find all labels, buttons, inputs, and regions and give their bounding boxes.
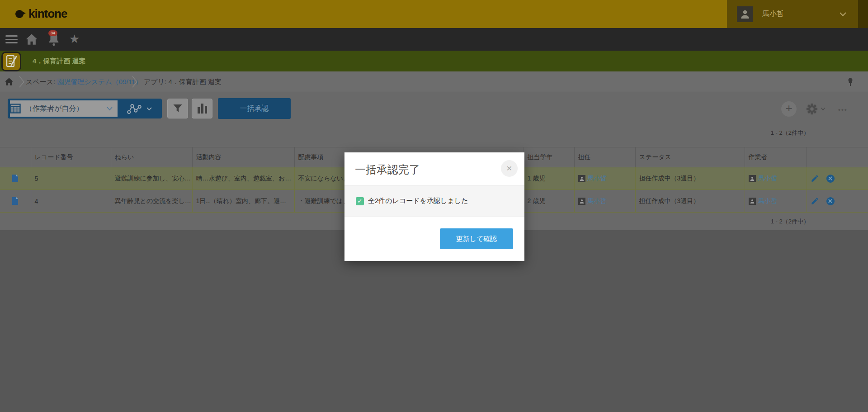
app-title: 4．保育計画 週案 — [33, 57, 86, 66]
breadcrumb-space-link[interactable]: 園児管理システム（09/11） — [57, 78, 142, 85]
cell-record-no: 4 — [31, 190, 111, 213]
user-avatar-icon — [578, 198, 585, 205]
dialog-header: 一括承認完了 × — [344, 152, 524, 185]
bulk-approve-button[interactable]: 一括承認 — [218, 98, 291, 119]
kintone-logo[interactable]: kintone — [14, 7, 67, 21]
record-detail-icon[interactable] — [0, 190, 31, 213]
workflow-graph-icon — [127, 103, 142, 114]
cell-record-no: 5 — [31, 167, 111, 190]
breadcrumb-separator-icon — [18, 76, 25, 88]
column-header-status[interactable]: ステータス — [635, 147, 745, 167]
breadcrumb-app-label: アプリ: 4．保育計画 週案 — [144, 78, 222, 86]
view-selector: （作業者が自分） — [8, 99, 162, 118]
user-avatar — [737, 6, 753, 22]
process-view-toggle[interactable] — [118, 103, 162, 114]
cell-actions — [807, 190, 868, 213]
bulk-approve-complete-dialog: 一括承認完了 × ✓ 全2件のレコードを承認しました 更新して確認 — [344, 152, 524, 261]
user-link[interactable]: 馬小哲 — [758, 175, 777, 183]
breadcrumb-space-prefix: スペース: — [26, 78, 57, 85]
table-view-icon — [10, 104, 21, 114]
cell-sagyosha: 馬小哲 — [745, 167, 807, 190]
gear-icon — [806, 103, 818, 115]
user-name: 馬小哲 — [762, 9, 784, 19]
chevron-down-icon — [821, 107, 826, 111]
cell-status: 担任作成中（3週目） — [635, 167, 745, 190]
user-avatar-icon — [578, 175, 585, 182]
app-icon[interactable] — [1, 52, 21, 71]
column-header-record-no[interactable]: レコード番号 — [31, 147, 111, 167]
brand-header: kintone 馬小哲 — [0, 0, 868, 28]
refresh-confirm-button[interactable]: 更新して確認 — [440, 228, 513, 249]
column-header-actions — [807, 147, 868, 167]
cell-actions — [807, 167, 868, 190]
breadcrumb-home-icon[interactable] — [5, 77, 14, 86]
app-settings-button[interactable] — [806, 103, 826, 115]
user-avatar-icon — [749, 175, 756, 182]
cell-tannin: 馬小哲 — [574, 190, 635, 213]
kintone-logo-icon — [14, 8, 26, 20]
pin-icon[interactable] — [846, 77, 854, 86]
header-edge-panel — [858, 0, 868, 28]
notification-count-badge: 34 — [48, 30, 57, 36]
delete-x-icon[interactable] — [826, 175, 835, 183]
delete-x-icon[interactable] — [826, 197, 835, 205]
chevron-down-icon — [146, 107, 152, 111]
column-header-sagyosha[interactable]: 作業者 — [745, 147, 807, 167]
global-navbar: 34 ★ ? — [0, 28, 868, 51]
menu-icon[interactable] — [5, 35, 18, 43]
pagination-bottom: 1 - 2（2件中） — [732, 218, 809, 226]
cell-nerai: 避難訓練に参加し、安心… — [111, 167, 192, 190]
breadcrumb: スペース: 園児管理システム（09/11） アプリ: 4．保育計画 週案 — [0, 71, 868, 92]
cell-katsudo: 晴…水遊び、室内、遊戯室、お… — [192, 167, 294, 190]
view-selector-label: （作業者が自分） — [25, 104, 83, 114]
dialog-footer: 更新して確認 — [344, 217, 524, 249]
favorites-star-icon[interactable]: ★ — [69, 32, 80, 46]
user-link[interactable]: 馬小哲 — [588, 175, 607, 183]
bar-chart-icon — [198, 104, 207, 114]
funnel-icon — [172, 103, 183, 114]
breadcrumb-separator-icon — [131, 76, 138, 88]
cell-sagyosha: 馬小哲 — [745, 190, 807, 213]
cell-katsudo: 1日‥（晴れ）室内、廊下。避… — [192, 190, 294, 213]
filter-button[interactable] — [167, 99, 188, 118]
column-header-tannin[interactable]: 担任 — [574, 147, 635, 167]
cell-gakunen: 2 歳児 — [524, 190, 574, 213]
app-header-bar: 4．保育計画 週案 — [0, 51, 868, 71]
breadcrumb-space: スペース: 園児管理システム（09/11） — [26, 78, 142, 86]
column-header-nerai[interactable]: ねらい — [111, 147, 192, 167]
chevron-down-icon — [839, 12, 847, 17]
kintone-logo-text: kintone — [28, 7, 67, 21]
user-link[interactable]: 馬小哲 — [758, 197, 777, 205]
cell-status: 担任作成中（3週目） — [635, 190, 745, 213]
record-detail-icon[interactable] — [0, 167, 31, 190]
column-header-icon — [0, 147, 31, 167]
edit-pencil-icon[interactable] — [811, 174, 819, 183]
cell-nerai: 異年齢児との交流を楽し… — [111, 190, 192, 213]
close-icon[interactable]: × — [501, 160, 518, 177]
success-check-icon: ✓ — [356, 197, 364, 205]
dialog-title: 一括承認完了 — [355, 162, 420, 177]
column-header-gakunen[interactable]: 担当学年 — [524, 147, 574, 167]
cell-tannin: 馬小哲 — [574, 167, 635, 190]
home-icon[interactable] — [25, 33, 38, 45]
view-dropdown[interactable]: （作業者が自分） — [10, 100, 118, 117]
dialog-message-band: ✓ 全2件のレコードを承認しました — [344, 185, 524, 217]
user-avatar-icon — [749, 198, 756, 205]
pagination-top: 1 - 2（2件中） — [732, 129, 809, 137]
cell-gakunen: 1 歳児 — [524, 167, 574, 190]
user-menu[interactable]: 馬小哲 — [727, 0, 858, 28]
notifications-bell-icon[interactable]: 34 — [48, 33, 61, 47]
edit-pencil-icon[interactable] — [811, 197, 819, 205]
user-link[interactable]: 馬小哲 — [588, 197, 607, 205]
chart-button[interactable] — [192, 99, 212, 118]
add-record-button[interactable]: + — [781, 101, 797, 117]
column-header-katsudo[interactable]: 活動内容 — [192, 147, 294, 167]
more-options-button[interactable]: ••• — [838, 102, 848, 118]
dialog-message: 全2件のレコードを承認しました — [368, 197, 468, 205]
chevron-down-icon — [106, 106, 113, 111]
kintone-screen: kintone 馬小哲 34 ★ — [0, 0, 868, 412]
